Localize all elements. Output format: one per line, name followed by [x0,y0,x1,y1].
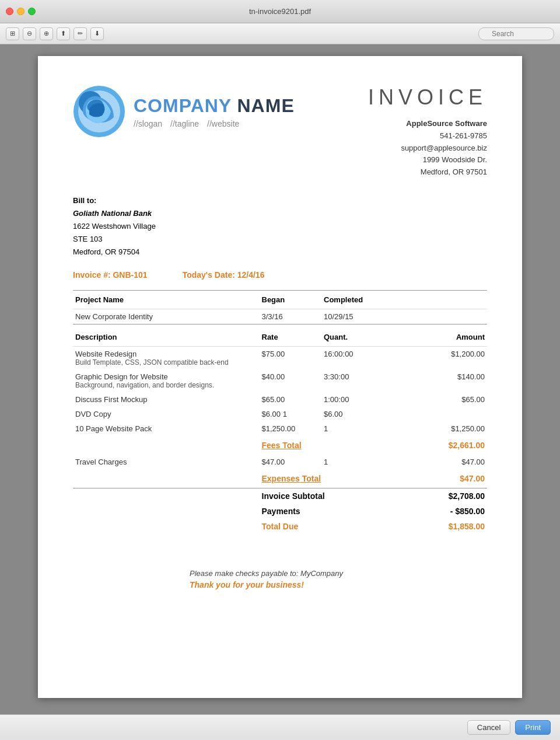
item5-desc: 10 Page Website Pack [75,424,257,433]
rate-col-header: Rate [260,324,322,347]
subtotal-amount: $2,708.00 [404,488,487,504]
invoice-number: Invoice #: GNB-101 [73,270,148,280]
expenses-total-row: Expenses Total $47.00 [73,469,487,488]
sender-address1: 1999 Woodside Dr. [368,154,487,166]
invoice-meta: Invoice #: GNB-101 Today's Date: 12/4/16 [73,270,487,280]
item2-amount: $140.00 [404,369,487,392]
project-header-row: Project Name Began Completed [73,291,487,309]
item4-rate: $6.00 1 [260,407,322,421]
minimize-button[interactable] [17,8,24,15]
expense1-desc: Travel Charges [75,458,257,466]
zoom-out-button[interactable]: ⊖ [23,27,36,40]
company-name-section: COMPANY NAME //slogan //tagline //websit… [134,95,295,128]
item3-amount: $65.00 [404,392,487,407]
invoice-header: COMPANY NAME //slogan //tagline //websit… [73,85,487,179]
line-item-5: 10 Page Website Pack $1,250.00 1 $1,250.… [73,421,487,436]
bill-to-label: Bill to: [73,196,487,205]
subtotal-row: Invoice Subtotal $2,708.00 [73,488,487,504]
payments-amount: - $850.00 [404,504,487,519]
expense1-qty: 1 [321,455,404,469]
invoice-title: INVOICE [368,85,487,110]
sidebar-toggle-button[interactable]: ⊞ [6,27,19,40]
titlebar: tn-invoice9201.pdf [0,0,560,23]
sender-phone: 541-261-9785 [368,130,487,142]
payments-row: Payments - $850.00 [73,504,487,519]
invoice-date: Today's Date: 12/4/16 [183,270,265,280]
project-data-row: New Corporate Identity 3/3/16 10/29/15 [73,309,487,324]
item2-rate: $40.00 [260,369,322,392]
invoice-paper: COMPANY NAME //slogan //tagline //websit… [38,56,522,698]
markup-button[interactable]: ⬇ [90,27,104,40]
amount-col-header: Amount [404,324,487,347]
client-name: Goliath National Bank [73,207,487,220]
expense1-rate: $47.00 [260,455,322,469]
expense-item-1: Travel Charges $47.00 1 $47.00 [73,455,487,469]
toolbar: ⊞ ⊖ ⊕ ⬆ ✏ ⬇ 🔍 [0,23,560,44]
item2-qty: 3:30:00 [321,369,404,392]
item4-amount [404,407,487,421]
fees-total-amount: $2,661.00 [404,436,487,455]
client-address2: STE 103 [73,233,487,246]
item3-desc: Discuss First Mockup [75,395,257,404]
quant-col-header: Quant. [321,324,404,347]
print-button[interactable]: Print [515,720,551,735]
window-title: tn-invoice9201.pdf [249,7,311,16]
sender-name: AppleSource Software [368,118,487,130]
project-began: 3/3/16 [260,309,322,324]
line-item-1: Website Redesign Build Template, CSS, JS… [73,347,487,370]
search-input[interactable] [478,27,554,40]
line-item-2: Graphic Design for Website Background, n… [73,369,487,392]
total-due-label: Total Due [262,522,299,531]
project-name: New Corporate Identity [73,309,260,324]
item4-desc: DVD Copy [75,410,257,418]
subtotal-label: Invoice Subtotal [262,491,325,501]
fees-total-row: Fees Total $2,661.00 [73,436,487,455]
item2-subdesc: Background, navigation, and border desig… [75,381,257,389]
invoice-table: Project Name Began Completed New Corpora… [73,290,487,534]
client-address1: 1622 Westshown Village [73,220,487,233]
company-logo [73,85,125,138]
item5-qty: 1 [321,421,404,436]
fullscreen-button[interactable] [28,8,36,15]
item3-qty: 1:00:00 [321,392,404,407]
project-col-header: Project Name [73,291,260,309]
client-info: Goliath National Bank 1622 Westshown Vil… [73,207,487,259]
company-slogan: //slogan //tagline //website [134,119,295,128]
item2-desc: Graphic Design for Website [75,372,257,381]
footer-thanks: Thank you for your business! [190,580,487,589]
expenses-total-amount: $47.00 [404,469,487,488]
line-item-4: DVD Copy $6.00 1 $6.00 [73,407,487,421]
close-button[interactable] [6,8,13,15]
annotate-button[interactable]: ✏ [74,27,87,40]
total-due-amount: $1,858.00 [404,519,487,534]
cancel-button[interactable]: Cancel [467,720,510,735]
footer-checks: Please make checks payable to: MyCompany [190,569,487,578]
item5-amount: $1,250.00 [404,421,487,436]
completed-col-header: Completed [321,291,404,309]
item1-amount: $1,200.00 [404,347,487,370]
bill-to-section: Bill to: Goliath National Bank 1622 West… [73,196,487,259]
total-due-row: Total Due $1,858.00 [73,519,487,534]
invoice-footer: Please make checks payable to: MyCompany… [73,569,487,589]
invoice-right: INVOICE AppleSource Software 541-261-978… [368,85,487,179]
item3-rate: $65.00 [260,392,322,407]
expense1-amount: $47.00 [404,455,487,469]
sender-address2: Medford, OR 97501 [368,166,487,179]
client-address3: Medford, OR 97504 [73,246,487,259]
share-button[interactable]: ⬆ [57,27,70,40]
desc-header-row: Description Rate Quant. Amount [73,324,487,347]
item4-qty: $6.00 [321,407,404,421]
line-item-3: Discuss First Mockup $65.00 1:00:00 $65.… [73,392,487,407]
zoom-in-button[interactable]: ⊕ [40,27,53,40]
company-name: COMPANY NAME [134,95,295,117]
item1-subdesc: Build Template, CSS, JSON compatible bac… [75,358,257,366]
sender-info: AppleSource Software 541-261-9785 suppor… [368,118,487,179]
logo-section: COMPANY NAME //slogan //tagline //websit… [73,85,295,138]
item1-qty: 16:00:00 [321,347,404,370]
project-completed: 10/29/15 [321,309,404,324]
began-col-header: Began [260,291,322,309]
fees-total-label: Fees Total [262,441,302,450]
payments-label: Payments [262,507,300,516]
desc-col-header: Description [73,324,260,347]
sender-email: support@applesource.biz [368,142,487,155]
